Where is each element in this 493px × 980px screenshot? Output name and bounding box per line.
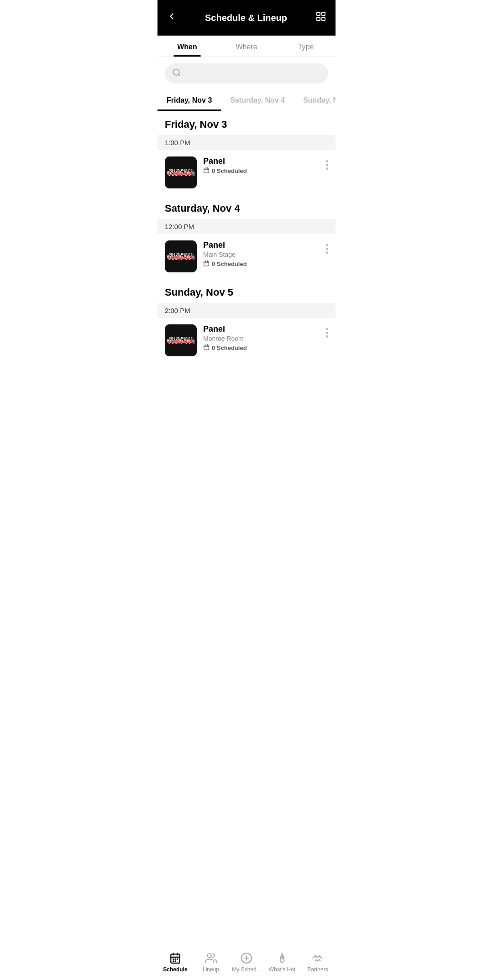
- plus-circle-nav-icon: [240, 952, 253, 964]
- event-thumbnail: GRAND RAPIDS COMIC-CON: [165, 156, 197, 188]
- app-header: Schedule & Lineup: [157, 0, 336, 36]
- section-saturday: Saturday, Nov 4: [157, 195, 336, 219]
- event-item[interactable]: GRAND RAPIDS COMIC-CON Panel Monroe Room…: [157, 318, 336, 363]
- nav-item-my-schedule[interactable]: My Sched...: [229, 952, 264, 973]
- schedule-content: Friday, Nov 3 1:00 PM GRAND RAPIDS COMIC…: [157, 111, 336, 363]
- event-thumbnail: GRAND RAPIDS COMIC-CON: [165, 324, 197, 356]
- nav-label-whats-hot: What's Hot: [269, 966, 295, 973]
- dot: [326, 248, 328, 250]
- event-item[interactable]: GRAND RAPIDS COMIC-CON Panel Main Stage …: [157, 234, 336, 279]
- time-label-saturday-1: 12:00 PM: [157, 219, 336, 234]
- dot: [326, 335, 328, 338]
- back-button[interactable]: [167, 11, 177, 24]
- dot: [326, 164, 328, 166]
- nav-label-schedule: Schedule: [163, 966, 187, 973]
- time-label-sunday-1: 2:00 PM: [157, 303, 336, 318]
- search-input[interactable]: [186, 69, 321, 78]
- nav-item-whats-hot[interactable]: What's Hot: [264, 952, 300, 973]
- people-nav-icon: [205, 952, 217, 964]
- event-scheduled: 0 Scheduled: [203, 260, 320, 268]
- dot: [326, 328, 328, 330]
- section-friday: Friday, Nov 3: [157, 111, 336, 135]
- calendar-nav-icon: [169, 952, 182, 964]
- dot: [326, 244, 328, 246]
- dot: [326, 332, 328, 334]
- page-title: Schedule & Lineup: [205, 13, 287, 23]
- svg-rect-1: [322, 12, 325, 16]
- event-item[interactable]: GRAND RAPIDS COMIC-CON Panel 0 Scheduled: [157, 150, 336, 195]
- flame-nav-icon: [276, 952, 288, 964]
- svg-rect-10: [204, 261, 209, 266]
- dot: [326, 160, 328, 162]
- filter-tabs: When Where Type: [157, 36, 336, 57]
- time-label-friday-1: 1:00 PM: [157, 135, 336, 150]
- event-thumbnail: GRAND RAPIDS COMIC-CON: [165, 240, 197, 272]
- event-logo: GRAND RAPIDS COMIC-CON: [167, 249, 194, 264]
- svg-rect-0: [317, 12, 320, 16]
- svg-rect-3: [322, 17, 325, 21]
- calendar-icon: [203, 260, 210, 268]
- day-tab-friday[interactable]: Friday, Nov 3: [157, 90, 221, 111]
- dot: [326, 167, 328, 170]
- event-info: Panel 0 Scheduled: [203, 156, 320, 175]
- tab-when[interactable]: When: [157, 36, 217, 57]
- event-more-button[interactable]: [326, 156, 328, 170]
- nav-item-partners[interactable]: Partners: [300, 952, 336, 973]
- search-box: [165, 63, 328, 83]
- svg-rect-2: [317, 17, 320, 21]
- svg-rect-14: [204, 345, 209, 350]
- nav-label-my-schedule: My Sched...: [232, 966, 261, 973]
- day-tabs: Friday, Nov 3 Saturday, Nov 4 Sunday, No…: [157, 90, 336, 111]
- event-scheduled: 0 Scheduled: [203, 167, 320, 175]
- section-sunday: Sunday, Nov 5: [157, 279, 336, 303]
- nav-label-lineup: Lineup: [203, 966, 219, 973]
- tab-where[interactable]: Where: [217, 36, 276, 57]
- nav-item-schedule[interactable]: Schedule: [157, 952, 193, 973]
- event-more-button[interactable]: [326, 240, 328, 254]
- bottom-spacer: [157, 363, 336, 404]
- tab-type[interactable]: Type: [276, 36, 336, 57]
- nav-item-lineup[interactable]: Lineup: [193, 952, 229, 973]
- search-icon: [172, 68, 181, 79]
- nav-label-partners: Partners: [307, 966, 328, 973]
- event-logo: GRAND RAPIDS COMIC-CON: [167, 165, 194, 180]
- event-info: Panel Main Stage 0 Scheduled: [203, 240, 320, 268]
- search-container: [157, 57, 336, 90]
- grid-view-button[interactable]: [315, 11, 326, 25]
- dot: [326, 251, 328, 254]
- day-tab-saturday[interactable]: Saturday, Nov 4: [221, 90, 294, 111]
- svg-line-5: [178, 74, 180, 76]
- calendar-icon: [203, 344, 210, 352]
- bottom-nav: Schedule Lineup My Sched...: [157, 947, 336, 980]
- handshake-nav-icon: [311, 952, 324, 964]
- event-info: Panel Monroe Room 0 Scheduled: [203, 324, 320, 352]
- svg-point-27: [207, 954, 211, 958]
- event-more-button[interactable]: [326, 324, 328, 338]
- event-scheduled: 0 Scheduled: [203, 344, 320, 352]
- calendar-icon: [203, 167, 210, 175]
- svg-rect-6: [204, 168, 209, 173]
- event-logo: GRAND RAPIDS COMIC-CON: [167, 333, 194, 348]
- day-tab-sunday[interactable]: Sunday, Nov 5: [294, 90, 336, 111]
